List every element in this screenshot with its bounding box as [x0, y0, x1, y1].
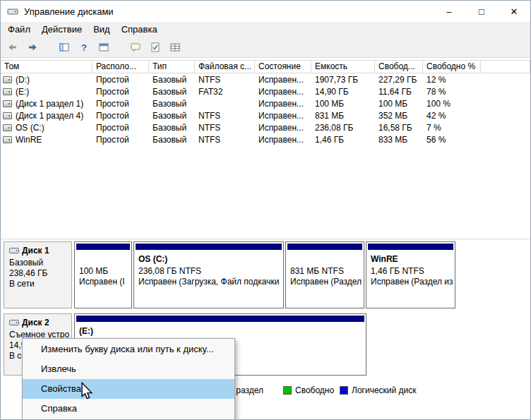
- menu-file[interactable]: Файл: [2, 22, 36, 37]
- help-icon[interactable]: ?: [76, 40, 92, 55]
- partition-winre[interactable]: WinRE 1,46 ГБ NTFS Исправен (Раздел из: [366, 241, 455, 308]
- status-cell: Исправен...: [255, 111, 311, 121]
- partition-status: Исправен (Загрузка, Файл подкачки: [138, 277, 283, 287]
- status-cell: Исправен...: [255, 99, 311, 109]
- volume-icon: [3, 136, 12, 143]
- status-cell: Исправен...: [255, 75, 311, 85]
- partition-color-bar: [287, 244, 362, 250]
- layout-cell: Простой: [93, 135, 149, 145]
- free-pct-cell: 12 %: [423, 75, 481, 85]
- table-header: Том Располо... Тип Файловая с... Состоян…: [1, 60, 530, 73]
- disk-management-window: Управление дисками – □ ✕ Файл Действие В…: [0, 0, 531, 420]
- free-space-color-swatch: [283, 386, 292, 395]
- filesystem-cell: NTFS: [195, 75, 255, 85]
- filesystem-cell: NTFS: [195, 111, 255, 121]
- volume-name-cell: (E:): [1, 87, 93, 97]
- column-header-status[interactable]: Состояние: [255, 61, 311, 73]
- column-header-layout[interactable]: Располо...: [93, 61, 149, 73]
- disk-icon: [9, 318, 19, 327]
- properties-window-icon[interactable]: [95, 40, 112, 55]
- volume-row-disk1-part1[interactable]: (Диск 1 раздел 1) Простой Базовый Исправ…: [1, 97, 530, 109]
- volume-row-d[interactable]: (D:) Простой Базовый NTFS Исправен... 19…: [1, 73, 530, 85]
- partition-color-bar: [76, 244, 130, 250]
- disk-status: В сети: [9, 279, 71, 289]
- capacity-cell: 14,90 ГБ: [311, 87, 375, 97]
- layout-cell: Простой: [93, 111, 149, 121]
- console-tree-icon[interactable]: [56, 40, 72, 55]
- action-pane-icon[interactable]: [127, 40, 143, 55]
- layout-cell: Простой: [93, 123, 149, 133]
- volume-icon: [3, 112, 12, 119]
- volume-name-cell: OS (C:): [1, 123, 93, 133]
- volume-row-disk1-part4[interactable]: (Диск 1 раздел 4) Простой Базовый NTFS И…: [1, 109, 530, 121]
- type-cell: Базовый: [149, 123, 195, 133]
- disk-name: Диск 1: [22, 246, 49, 256]
- volume-row-os-c[interactable]: OS (C:) Простой Базовый NTFS Исправен...…: [1, 121, 530, 133]
- menu-bar: Файл Действие Вид Справка: [1, 22, 530, 37]
- logical-disk-color-swatch: [340, 386, 348, 395]
- volume-icon: [3, 124, 12, 131]
- menu-item-properties[interactable]: Свойства: [23, 379, 234, 399]
- volume-icon: [3, 76, 12, 83]
- volume-name-cell: (Диск 1 раздел 4): [1, 111, 93, 121]
- column-header-capacity[interactable]: Емкость: [311, 61, 375, 73]
- free-cell: 100 МБ: [375, 99, 423, 109]
- menu-item-help[interactable]: Справка: [23, 399, 234, 419]
- column-header-spacer: [481, 61, 530, 73]
- partition-color-bar: [368, 244, 453, 250]
- window-title: Управление дисками: [24, 6, 114, 17]
- menu-view[interactable]: Вид: [88, 22, 116, 37]
- partition-status: Исправен (I: [79, 277, 131, 287]
- title-bar: Управление дисками – □ ✕: [1, 1, 530, 22]
- column-header-filesystem[interactable]: Файловая с...: [195, 61, 255, 73]
- partition-size: 100 МБ: [79, 266, 131, 277]
- disk-name: Диск 2: [22, 318, 49, 328]
- menu-help[interactable]: Справка: [116, 22, 163, 37]
- forward-icon[interactable]: [24, 40, 40, 55]
- menu-item-eject[interactable]: Извлечь: [23, 359, 234, 379]
- type-cell: Базовый: [149, 75, 195, 85]
- type-cell: Базовый: [149, 135, 195, 145]
- partition-title: (E:): [79, 324, 366, 338]
- legend-logical-disk: Логический диск: [340, 385, 417, 395]
- column-header-free[interactable]: Свобод...: [375, 61, 423, 73]
- column-header-free-pct[interactable]: Свободно %: [423, 61, 481, 73]
- free-pct-cell: 42 %: [423, 111, 481, 121]
- partition-831mb[interactable]: 831 МБ NTFS Исправен (Раздел: [285, 241, 364, 308]
- partition-os-c[interactable]: OS (C:) 236,08 ГБ NTFS Исправен (Загрузк…: [133, 241, 284, 308]
- menu-item-change-drive-letter[interactable]: Изменить букву диска или путь к диску...: [23, 340, 234, 359]
- partition-status: Исправен (Раздел из: [371, 277, 455, 287]
- maximize-button[interactable]: □: [465, 1, 498, 22]
- partition-size: 831 МБ NTFS: [290, 266, 364, 277]
- capacity-cell: 100 МБ: [311, 99, 375, 109]
- volume-icon: [3, 100, 12, 107]
- disk-1-label[interactable]: Диск 1 Базовый 238,46 ГБ В сети: [4, 241, 72, 308]
- disk-size: 238,46 ГБ: [9, 268, 71, 279]
- column-header-volume[interactable]: Том: [1, 61, 93, 73]
- free-cell: 352 МБ: [375, 111, 423, 121]
- layout-cell: Простой: [93, 87, 149, 97]
- capacity-cell: 1907,73 ГБ: [311, 75, 375, 85]
- volume-row-e[interactable]: (E:) Простой Базовый FAT32 Исправен... 1…: [1, 85, 530, 97]
- filesystem-cell: NTFS: [195, 123, 255, 133]
- column-header-type[interactable]: Тип: [149, 61, 195, 73]
- partition-system-100mb[interactable]: 100 МБ Исправен (I: [74, 241, 132, 308]
- close-button[interactable]: ✕: [498, 1, 530, 22]
- menu-action[interactable]: Действие: [36, 22, 88, 37]
- free-cell: 227,29 ГБ: [375, 75, 423, 85]
- disk-1-row: Диск 1 Базовый 238,46 ГБ В сети 100 МБ И…: [4, 241, 509, 308]
- type-cell: Базовый: [149, 87, 195, 97]
- free-cell: 11,64 ГБ: [375, 87, 423, 97]
- legend-free-space: Свободно: [283, 385, 334, 395]
- check-list-icon[interactable]: [147, 40, 163, 55]
- minimize-button[interactable]: –: [433, 1, 465, 22]
- free-pct-cell: 100 %: [423, 99, 481, 109]
- context-menu: Изменить букву диска или путь к диску...…: [22, 338, 235, 420]
- back-icon[interactable]: [4, 40, 20, 55]
- layout-icon[interactable]: [167, 40, 183, 55]
- layout-cell: Простой: [93, 75, 149, 85]
- partition-color-bar: [76, 316, 364, 322]
- free-cell: 16,58 ГБ: [375, 123, 423, 133]
- partition-title: OS (C:): [138, 252, 283, 266]
- volume-row-winre[interactable]: WinRE Простой Базовый NTFS Исправен... 1…: [1, 133, 530, 145]
